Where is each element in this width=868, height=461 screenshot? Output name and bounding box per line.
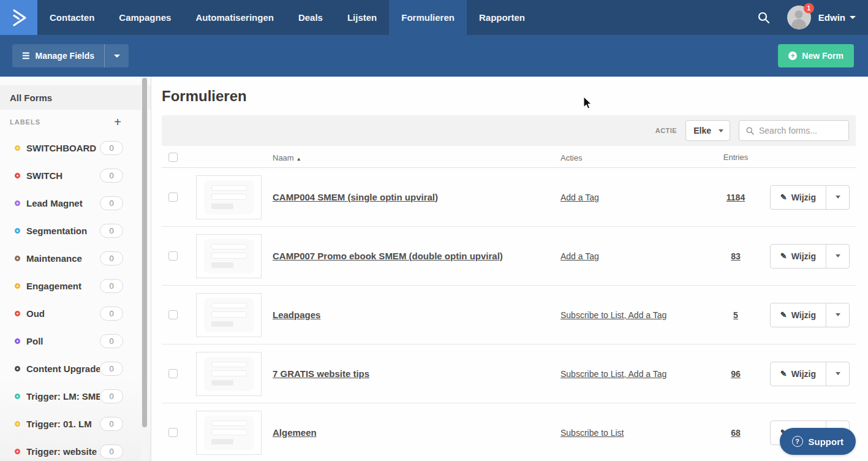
sidebar-label-item[interactable]: Oud 0 xyxy=(0,300,151,327)
column-header-entries: Entries xyxy=(723,153,748,162)
edit-split-button: ✎ Wijzig xyxy=(770,303,850,327)
app-logo[interactable] xyxy=(0,0,37,35)
form-name-link[interactable]: Leadpages xyxy=(273,310,320,320)
sidebar-label-item[interactable]: Content Upgrades 0 xyxy=(0,355,151,383)
chevron-down-icon xyxy=(836,313,840,316)
filter-select[interactable]: Elke xyxy=(685,120,730,141)
nav-item[interactable]: Lijsten xyxy=(335,0,389,35)
global-search-button[interactable] xyxy=(757,10,771,25)
wijzig-dropdown-button[interactable] xyxy=(826,362,849,386)
wijzig-dropdown-button[interactable] xyxy=(826,245,849,268)
nav-item[interactable]: Automatiseringen xyxy=(183,0,286,35)
form-name-link[interactable]: CAMP004 SMEM (single optin upviral) xyxy=(273,192,438,202)
form-entries-link[interactable]: 83 xyxy=(731,251,741,261)
top-navbar: Contacten Campagnes Automatiseringen Dea… xyxy=(0,0,868,35)
form-entries-link[interactable]: 68 xyxy=(731,428,741,438)
chevron-down-icon xyxy=(836,196,840,199)
pencil-icon: ✎ xyxy=(780,251,787,261)
form-thumbnail-preview xyxy=(204,298,254,332)
wijzig-button[interactable]: ✎ Wijzig xyxy=(771,186,826,209)
label-color-icon xyxy=(15,145,20,151)
row-checkbox[interactable] xyxy=(168,310,178,319)
nav-item[interactable]: Rapporten xyxy=(467,0,537,35)
wijzig-button[interactable]: ✎ Wijzig xyxy=(771,245,826,268)
label-name: Trigger: LM: SMEM xyxy=(26,391,100,402)
row-checkbox[interactable] xyxy=(168,192,178,202)
label-count-badge: 0 xyxy=(100,417,123,431)
nav-item[interactable]: Campagnes xyxy=(107,0,183,35)
chevron-down-icon xyxy=(719,129,723,132)
form-thumbnail-preview xyxy=(204,416,254,450)
form-actions-link[interactable]: Add a Tag xyxy=(560,251,599,261)
label-name: Lead Magnet xyxy=(26,198,100,208)
edit-split-button: ✎ Wijzig xyxy=(770,244,850,269)
sidebar-label-item[interactable]: Trigger: LM: SMEM 0 xyxy=(0,383,151,410)
form-entries-link[interactable]: 5 xyxy=(733,310,738,320)
form-thumbnail-preview xyxy=(204,239,254,273)
label-name: SWITCH xyxy=(26,170,100,181)
manage-fields-button[interactable]: ☰ Manage Fields xyxy=(12,44,104,67)
sidebar-label-item[interactable]: Trigger: website ... 0 xyxy=(0,438,151,461)
form-thumbnail[interactable] xyxy=(196,175,262,219)
form-thumbnail[interactable] xyxy=(196,293,262,337)
sidebar-label-item[interactable]: Trigger: 01. LM 0 xyxy=(0,410,151,438)
form-thumbnail[interactable] xyxy=(196,352,262,396)
form-name-link[interactable]: Algemeen xyxy=(273,427,317,438)
add-label-button[interactable]: + xyxy=(114,116,121,128)
sidebar-label-item[interactable]: Lead Magnet 0 xyxy=(0,189,151,217)
row-checkbox[interactable] xyxy=(168,251,178,261)
form-name-link[interactable]: 7 GRATIS website tips xyxy=(273,368,369,379)
forms-sidebar: All Forms LABELS + SWITCHBOARD 0 SWITCH … xyxy=(0,77,151,461)
label-name: Segmentation xyxy=(26,226,100,236)
forms-search-input[interactable] xyxy=(759,126,842,135)
form-actions-link[interactable]: Subscribe to List xyxy=(560,428,624,438)
wijzig-dropdown-button[interactable] xyxy=(826,186,849,209)
form-actions-link[interactable]: Subscribe to List, Add a Tag xyxy=(560,369,666,379)
nav-item[interactable]: Contacten xyxy=(37,0,107,35)
form-entries-link[interactable]: 1184 xyxy=(726,192,745,202)
wijzig-button[interactable]: ✎ Wijzig xyxy=(771,303,826,327)
search-icon xyxy=(745,126,755,135)
sidebar-label-item[interactable]: Segmentation 0 xyxy=(0,217,151,245)
form-entries-link[interactable]: 96 xyxy=(731,369,741,379)
form-thumbnail[interactable] xyxy=(196,411,262,455)
row-checkbox[interactable] xyxy=(168,369,178,378)
user-menu[interactable]: 1 Edwin xyxy=(787,6,856,29)
label-count-badge: 0 xyxy=(100,251,123,265)
sidebar-label-item[interactable]: SWITCHBOARD 0 xyxy=(0,134,151,162)
form-name-link[interactable]: CAMP007 Promo ebook SMEM (double optin u… xyxy=(273,251,503,261)
sidebar-label-item[interactable]: Poll 0 xyxy=(0,327,151,355)
select-all-checkbox[interactable] xyxy=(168,153,178,162)
chevron-down-icon xyxy=(114,55,120,58)
wijzig-button[interactable]: ✎ Wijzig xyxy=(771,362,826,386)
pencil-icon: ✎ xyxy=(780,310,787,319)
label-color-icon xyxy=(15,311,20,316)
manage-fields-dropdown-button[interactable] xyxy=(104,44,129,67)
sidebar-label-item[interactable]: Engagement 0 xyxy=(0,272,151,300)
question-icon: ? xyxy=(792,436,803,447)
sidebar-label-item[interactable]: SWITCH 0 xyxy=(0,162,151,189)
column-header-naam[interactable]: Naam xyxy=(273,153,294,162)
new-form-button[interactable]: + New Form xyxy=(778,44,854,67)
support-button[interactable]: ? Support xyxy=(780,428,856,455)
form-actions-link[interactable]: Subscribe to List, Add a Tag xyxy=(560,310,666,320)
nav-item[interactable]: Formulieren xyxy=(389,0,467,35)
filter-select-value: Elke xyxy=(693,126,711,135)
actie-label: ACTIE xyxy=(655,127,677,134)
table-row: CAMP004 SMEM (single optin upviral) Add … xyxy=(162,168,856,227)
label-color-icon xyxy=(15,200,20,206)
sidebar-scrollbar-thumb[interactable] xyxy=(142,78,147,427)
plus-circle-icon: + xyxy=(788,51,797,60)
nav-item[interactable]: Deals xyxy=(286,0,335,35)
forms-toolbar: ACTIE Elke xyxy=(162,115,856,146)
form-actions-link[interactable]: Add a Tag xyxy=(560,192,599,202)
wijzig-dropdown-button[interactable] xyxy=(826,303,849,327)
form-thumbnail[interactable] xyxy=(196,234,262,278)
row-checkbox[interactable] xyxy=(168,428,178,437)
sidebar-label-item[interactable]: Maintenance 0 xyxy=(0,245,151,272)
sidebar-item-all-forms[interactable]: All Forms xyxy=(0,85,151,110)
label-color-icon xyxy=(15,449,20,454)
label-count-badge: 0 xyxy=(100,362,123,376)
forms-search-box xyxy=(739,120,849,141)
label-color-icon xyxy=(15,338,20,344)
